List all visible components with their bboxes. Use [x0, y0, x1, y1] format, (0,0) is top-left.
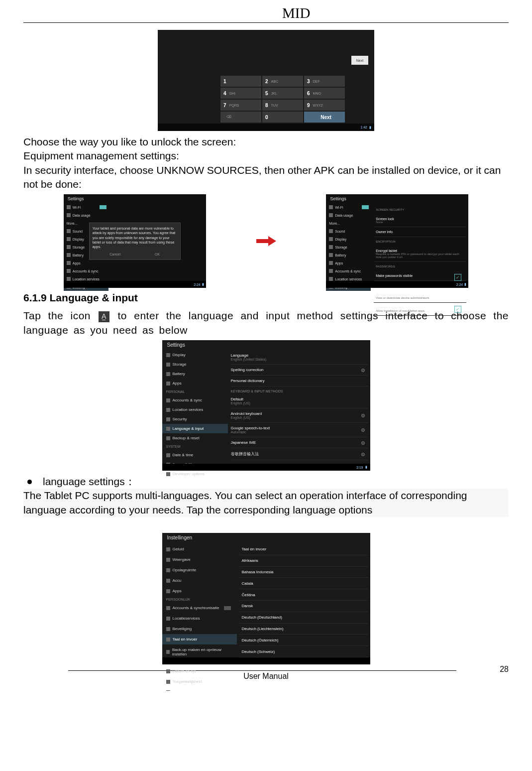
- language-row[interactable]: LanguageEnglish (United States): [230, 350, 368, 365]
- section-keyboard: KEYBOARD & INPUT METHODS: [230, 386, 368, 394]
- language-option[interactable]: Bahasa Indonesia: [240, 567, 368, 578]
- screenshot-security-dialog: Settings Wi-Fi Data usage More... Sound …: [64, 194, 206, 288]
- gear-icon[interactable]: ⚙: [361, 451, 365, 457]
- screenshot-language-input: Settings Display Storage Battery Apps PE…: [162, 340, 370, 471]
- next-button-upper[interactable]: Next: [351, 56, 368, 65]
- encrypt-row[interactable]: Encrypt tabletRequire a numeric PIN or p…: [374, 246, 466, 262]
- checkbox-icon[interactable]: ✓: [454, 306, 461, 313]
- key-0[interactable]: 0: [262, 112, 303, 123]
- doc-header-title: MID: [282, 5, 509, 21]
- dialog-cancel-button[interactable]: Cancel: [109, 252, 120, 257]
- checkbox-icon[interactable]: ✓: [454, 274, 461, 281]
- key-backspace[interactable]: ⌫: [220, 112, 261, 123]
- gear-icon[interactable]: ⚙: [361, 413, 365, 418]
- dictionary-row[interactable]: Personal dictionary: [230, 376, 368, 386]
- sidebar-accounts[interactable]: Accounts & synchronisatie: [162, 603, 237, 613]
- footer-rule: [68, 670, 456, 671]
- sidebar-apps[interactable]: Apps: [64, 259, 108, 267]
- japanese-ime-row[interactable]: Japanese IME⚙: [230, 437, 368, 448]
- header-rule: [23, 22, 509, 23]
- language-option[interactable]: Dansk: [240, 601, 368, 612]
- sidebar-storage[interactable]: Storage: [326, 243, 371, 251]
- sidebar-apps[interactable]: Apps: [162, 586, 237, 596]
- key-3[interactable]: 3DEF: [304, 76, 345, 87]
- sidebar-accounts[interactable]: Accounts & sync: [326, 267, 371, 275]
- language-option[interactable]: Čeština: [240, 589, 368, 601]
- language-option[interactable]: Deutsch (Schweiz): [240, 646, 368, 657]
- default-row[interactable]: DefaultEnglish (US): [230, 394, 368, 408]
- screenshot-security-enabled: Settings Wi-Fi Data usage More... Sound …: [326, 194, 468, 288]
- para-multilanguage: The Tablet PC supports multi-languages. …: [23, 489, 509, 517]
- sidebar-hdr-system: SYSTEM: [162, 443, 228, 450]
- key-6[interactable]: 6MNO: [304, 88, 345, 99]
- sidebar-accounts[interactable]: Accounts & sync: [162, 395, 228, 405]
- pinyin-row[interactable]: 谷歌拼音输入法⚙: [230, 448, 368, 460]
- sidebar-location[interactable]: Locatieservices: [162, 613, 237, 624]
- language-option[interactable]: Deutsch (Österreich): [240, 635, 368, 646]
- sidebar-hdr-personal: PERSOONLIJK: [162, 596, 237, 603]
- key-4[interactable]: 4GHI: [220, 88, 261, 99]
- sidebar-language[interactable]: Language & input: [162, 424, 228, 433]
- android-keyboard-row[interactable]: Android keyboardEnglish (US)⚙: [230, 408, 368, 423]
- sidebar-date[interactable]: Date & time: [162, 450, 228, 460]
- sidebar-storage[interactable]: Opslagruimte: [162, 565, 237, 575]
- sidebar-sound[interactable]: Sound: [326, 227, 371, 235]
- sidebar-apps[interactable]: Apps: [326, 259, 371, 267]
- gear-icon[interactable]: ⚙: [361, 367, 365, 373]
- sync-switch[interactable]: [224, 606, 231, 610]
- sidebar-wifi[interactable]: Wi-Fi: [64, 203, 108, 211]
- language-option[interactable]: Afrikaans: [240, 555, 368, 567]
- sidebar-apps[interactable]: Apps: [162, 379, 228, 388]
- sidebar-developer[interactable]: Ontwikkelaarsopties: [162, 687, 237, 691]
- wifi-switch[interactable]: [362, 205, 369, 209]
- sidebar-storage[interactable]: Storage: [162, 360, 228, 369]
- unknown-sources-row[interactable]: Unknown sourcesAllow installation of non…: [374, 303, 466, 316]
- sidebar-more[interactable]: More...: [326, 219, 371, 227]
- key-2[interactable]: 2ABC: [262, 76, 303, 87]
- sidebar-display[interactable]: Display: [162, 350, 228, 360]
- key-9[interactable]: 9WXYZ: [304, 100, 345, 111]
- para-equipment: Equipment management settings:: [23, 149, 509, 163]
- sidebar-battery[interactable]: Accu: [162, 575, 237, 586]
- sidebar-accounts[interactable]: Accounts & sync: [64, 267, 108, 275]
- screen-lock-row[interactable]: Screen lockNone: [374, 214, 466, 227]
- sidebar-battery[interactable]: Battery: [162, 369, 228, 379]
- sidebar-display[interactable]: Weergave: [162, 554, 237, 565]
- sidebar-security[interactable]: Beveiliging: [162, 624, 237, 634]
- device-admin-row[interactable]: Device administratorsView or deactivate …: [374, 290, 466, 303]
- sidebar-location[interactable]: Location services: [162, 405, 228, 414]
- make-passwords-row[interactable]: Make passwords visible✓: [374, 271, 466, 281]
- language-option[interactable]: Taal en invoer: [240, 544, 368, 555]
- bullet-language-settings: language settings：: [23, 475, 509, 489]
- language-main: LanguageEnglish (United States) Spelling…: [230, 350, 368, 464]
- page-number: 28: [500, 665, 509, 674]
- key-5[interactable]: 5JKL: [262, 88, 303, 99]
- google-speech-row[interactable]: Google speech-to-textAutomatic⚙: [230, 423, 368, 437]
- language-option[interactable]: Deutsch (Deutschland): [240, 612, 368, 624]
- gear-icon[interactable]: ⚙: [361, 440, 365, 445]
- key-1[interactable]: 1: [220, 76, 261, 87]
- spelling-row[interactable]: Spelling correction⚙: [230, 365, 368, 376]
- sidebar-language[interactable]: Taal en invoer: [162, 634, 237, 644]
- sidebar-battery[interactable]: Battery: [326, 251, 371, 259]
- arrow-icon: [255, 236, 277, 246]
- battery-icon: ▮: [464, 282, 466, 286]
- language-option[interactable]: Deutsch (Liechtenstein): [240, 624, 368, 635]
- sidebar-security[interactable]: Security: [162, 414, 228, 424]
- owner-info-row[interactable]: Owner info: [374, 227, 466, 237]
- bullet-text: language settings：: [43, 475, 135, 489]
- sidebar-display[interactable]: Display: [326, 235, 371, 243]
- sidebar-data[interactable]: Data usage: [326, 211, 371, 219]
- gear-icon[interactable]: ⚙: [361, 427, 365, 433]
- sidebar-sound[interactable]: Geluid: [162, 544, 237, 554]
- language-icon: A̲: [99, 311, 109, 322]
- key-7[interactable]: 7PQRS: [220, 100, 261, 111]
- wifi-switch[interactable]: [100, 205, 106, 209]
- key-8[interactable]: 8TUV: [262, 100, 303, 111]
- sidebar-data[interactable]: Data usage: [64, 211, 108, 219]
- key-next[interactable]: Next: [304, 112, 345, 123]
- sidebar-wifi[interactable]: Wi-Fi: [326, 203, 371, 211]
- language-option[interactable]: Català: [240, 578, 368, 589]
- sidebar-backup[interactable]: Backup & reset: [162, 433, 228, 443]
- dialog-ok-button[interactable]: OK: [155, 252, 160, 257]
